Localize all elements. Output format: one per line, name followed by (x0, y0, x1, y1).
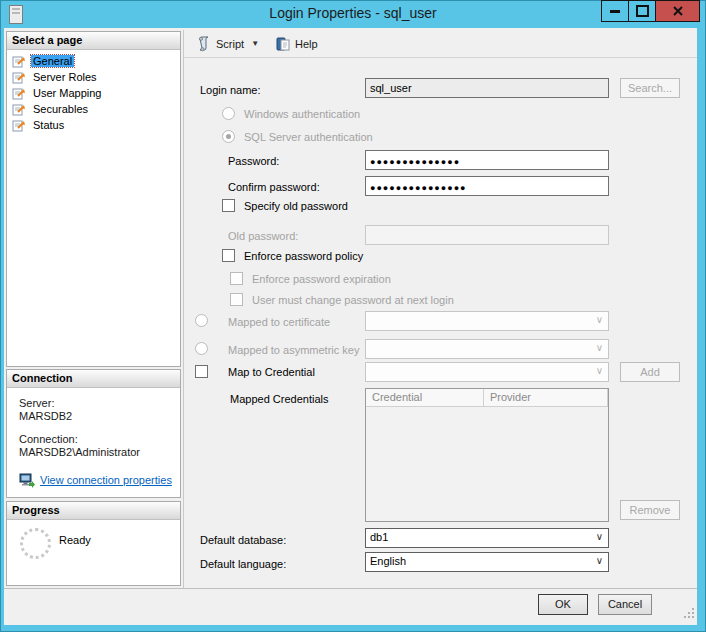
mapped-to-certificate-radio[interactable] (195, 314, 208, 327)
page-properties-icon (12, 103, 26, 116)
default-database-combobox[interactable]: db1∨ (365, 528, 609, 548)
enforce-password-expiration-checkbox[interactable] (230, 272, 243, 285)
password-label: Password: (228, 155, 279, 167)
default-database-label: Default database: (200, 534, 286, 546)
sidebar-item-label: User Mapping (31, 87, 103, 99)
page-properties-icon (12, 87, 26, 100)
sidebar-item-label: Status (31, 119, 66, 131)
specify-old-password-checkbox[interactable] (222, 199, 235, 212)
enforce-password-policy-checkbox[interactable] (222, 249, 235, 262)
sidebar-item-general[interactable]: General (7, 53, 180, 69)
maximize-button[interactable] (628, 0, 656, 22)
progress-panel: Progress Ready (6, 501, 181, 586)
login-name-label: Login name: (200, 84, 261, 96)
chevron-down-icon: ∨ (596, 365, 603, 376)
help-button[interactable]: Help (271, 33, 322, 55)
page-properties-icon (12, 55, 26, 68)
certificate-combobox[interactable]: ∨ (365, 311, 609, 331)
sidebar-item-status[interactable]: Status (7, 117, 180, 133)
close-button[interactable] (655, 0, 700, 22)
sidebar-item-label: General (31, 55, 74, 67)
default-language-combobox[interactable]: English∨ (365, 552, 609, 572)
mapped-credentials-label: Mapped Credentials (230, 393, 328, 405)
sidebar-item-server-roles[interactable]: Server Roles (7, 69, 180, 85)
mapped-to-certificate-label: Mapped to certificate (228, 316, 330, 328)
must-change-password-checkbox[interactable] (230, 293, 243, 306)
default-language-label: Default language: (200, 558, 286, 570)
script-button[interactable]: Script ▼ (192, 33, 263, 55)
chevron-down-icon: ∨ (596, 531, 603, 542)
connection-value: MARSDB2\Administrator (19, 446, 176, 459)
page-properties-icon (12, 71, 26, 84)
password-input[interactable] (365, 150, 609, 170)
page-properties-icon (12, 119, 26, 132)
resize-grip-icon[interactable] (683, 605, 695, 623)
progress-status: Ready (59, 534, 91, 546)
chevron-down-icon: ∨ (596, 555, 603, 566)
sql-authentication-label: SQL Server authentication (244, 131, 373, 143)
connection-panel: Connection Server: MARSDB2 Connection: M… (6, 369, 181, 498)
server-value: MARSDB2 (19, 410, 176, 423)
sidebar-item-label: Securables (31, 103, 90, 115)
map-to-credential-checkbox[interactable] (195, 365, 208, 378)
ok-button[interactable]: OK (538, 594, 588, 615)
window-controls (602, 0, 700, 22)
script-label: Script (216, 38, 244, 50)
connection-header: Connection (7, 370, 180, 388)
default-database-value: db1 (370, 531, 388, 543)
toolbar: Script ▼ Help (184, 30, 697, 58)
maximize-icon (636, 5, 649, 17)
select-page-panel: Select a page General Server Roles User … (6, 31, 181, 367)
confirm-password-input[interactable] (365, 176, 609, 196)
credential-column-header[interactable]: Credential (366, 389, 484, 407)
titlebar[interactable]: Login Properties - sql_user (0, 0, 706, 28)
help-book-icon (275, 36, 291, 52)
sql-authentication-radio[interactable] (222, 130, 235, 143)
default-language-value: English (370, 555, 406, 567)
old-password-input[interactable] (365, 225, 609, 245)
table-header-row: Credential Provider (366, 389, 608, 407)
search-button[interactable]: Search... (620, 78, 680, 98)
provider-column-header[interactable]: Provider (484, 389, 608, 407)
sidebar-item-label: Server Roles (31, 71, 99, 83)
mapped-to-asymmetric-key-label: Mapped to asymmetric key (228, 344, 359, 356)
old-password-label: Old password: (228, 230, 298, 242)
chevron-down-icon: ∨ (596, 342, 603, 353)
sidebar-item-securables[interactable]: Securables (7, 101, 180, 117)
chevron-down-icon: ∨ (596, 314, 603, 325)
enforce-password-policy-label: Enforce password policy (244, 250, 363, 262)
select-page-header: Select a page (7, 32, 180, 50)
connection-properties-icon (19, 473, 35, 488)
progress-header: Progress (7, 502, 180, 520)
view-connection-properties-link[interactable]: View connection properties (40, 474, 172, 487)
must-change-password-label: User must change password at next login (252, 294, 454, 306)
mapped-to-asymmetric-key-radio[interactable] (195, 342, 208, 355)
windows-authentication-label: Windows authentication (244, 108, 360, 120)
windows-authentication-radio[interactable] (222, 107, 235, 120)
add-button[interactable]: Add (620, 362, 680, 382)
login-name-input[interactable] (365, 78, 609, 98)
sidebar-item-user-mapping[interactable]: User Mapping (7, 85, 180, 101)
script-scroll-icon (196, 36, 212, 52)
credential-combobox[interactable]: ∨ (365, 362, 609, 382)
mapped-credentials-table[interactable]: Credential Provider (365, 388, 609, 522)
connection-label: Connection: (19, 433, 176, 446)
specify-old-password-label: Specify old password (244, 200, 348, 212)
minimize-button[interactable] (601, 0, 629, 22)
footer-bar (4, 588, 697, 625)
help-label: Help (295, 38, 318, 50)
panel-divider (183, 30, 184, 588)
login-properties-window: Login Properties - sql_user Select a pag… (0, 0, 706, 632)
close-icon (673, 6, 683, 16)
confirm-password-label: Confirm password: (228, 181, 320, 193)
dialog-client-area: Select a page General Server Roles User … (4, 28, 697, 625)
chevron-down-icon: ▼ (251, 39, 259, 48)
cancel-button[interactable]: Cancel (598, 594, 652, 615)
map-to-credential-label: Map to Credential (228, 366, 315, 378)
remove-button[interactable]: Remove (620, 500, 680, 520)
progress-spinner-icon (20, 528, 51, 559)
asymmetric-key-combobox[interactable]: ∨ (365, 339, 609, 359)
minimize-icon (610, 10, 620, 13)
enforce-password-expiration-label: Enforce password expiration (252, 273, 391, 285)
server-label: Server: (19, 397, 176, 410)
